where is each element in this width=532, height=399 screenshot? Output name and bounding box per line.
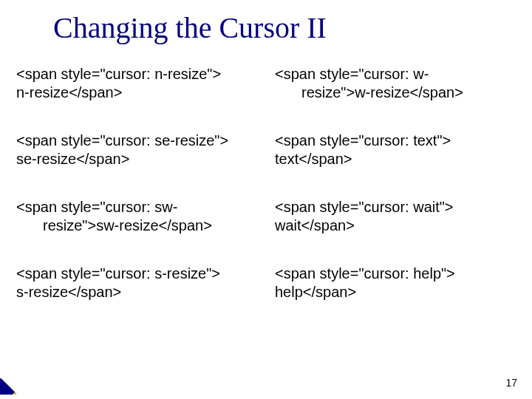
column-left: <span style="cursor: n-resize"> n-resize… — [16, 65, 257, 331]
page-title: Changing the Cursor II — [16, 12, 516, 44]
code-line: <span style="cursor: wait"> — [275, 198, 516, 216]
code-line: n-resize</span> — [16, 83, 257, 102]
code-line: se-resize</span> — [16, 150, 257, 168]
code-line: <span style="cursor: s-resize"> — [16, 265, 257, 283]
code-entry: <span style="cursor: se-resize"> se-resi… — [16, 132, 257, 168]
code-line: resize">sw-resize</span> — [43, 216, 257, 235]
code-line: <span style="cursor: w- — [275, 65, 516, 83]
code-line: resize">w-resize</span> — [301, 83, 516, 102]
code-entry: <span style="cursor: help"> help</span> — [275, 265, 516, 301]
code-line: text</span> — [275, 150, 516, 168]
code-entry: <span style="cursor: text"> text</span> — [275, 132, 516, 168]
code-line: <span style="cursor: se-resize"> — [16, 132, 257, 150]
columns: <span style="cursor: n-resize"> n-resize… — [16, 65, 516, 331]
code-line: help</span> — [275, 283, 516, 301]
code-line: wait</span> — [275, 216, 516, 235]
corner-decoration-icon — [0, 378, 16, 395]
code-line: <span style="cursor: n-resize"> — [16, 65, 257, 83]
code-line: <span style="cursor: help"> — [275, 265, 516, 283]
code-line: <span style="cursor: text"> — [275, 132, 516, 150]
slide: Changing the Cursor II <span style="curs… — [0, 0, 532, 399]
code-line: <span style="cursor: sw- — [16, 198, 257, 216]
code-line: s-resize</span> — [16, 283, 257, 301]
code-entry: <span style="cursor: sw- resize">sw-resi… — [16, 198, 257, 235]
code-entry: <span style="cursor: s-resize"> s-resize… — [16, 265, 257, 301]
page-number: 17 — [505, 377, 517, 389]
code-entry: <span style="cursor: wait"> wait</span> — [275, 198, 516, 235]
code-entry: <span style="cursor: n-resize"> n-resize… — [16, 65, 257, 102]
column-right: <span style="cursor: w- resize">w-resize… — [275, 65, 516, 331]
code-entry: <span style="cursor: w- resize">w-resize… — [275, 65, 516, 102]
